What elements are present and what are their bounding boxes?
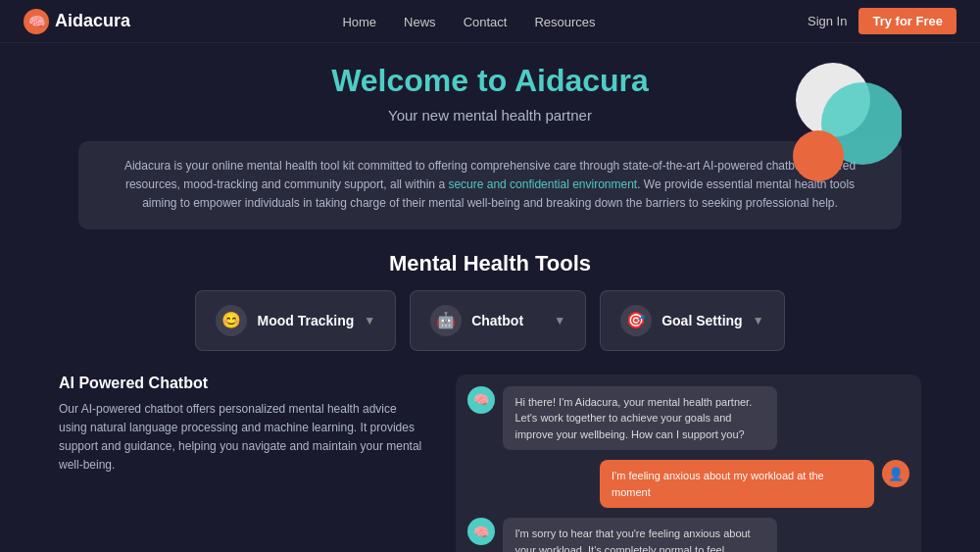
chatbot-expand: ▼ (554, 314, 565, 327)
goal-setting-icon: 🎯 (620, 305, 652, 336)
navbar: 🧠 Aidacura Home News Contact Resources S… (0, 0, 980, 43)
tool-mood-tracking[interactable]: 😊 Mood Tracking ▼ (195, 290, 396, 351)
user-bubble-1: I'm feeling anxious about my workload at… (600, 460, 874, 508)
chat-message-3: 🧠 I'm sorry to hear that you're feeling … (467, 518, 909, 552)
bot-avatar-1: 🧠 (467, 386, 495, 414)
chat-window: 🧠 Hi there! I'm Aidacura, your mental he… (456, 375, 921, 552)
sign-in-button[interactable]: Sign In (808, 14, 847, 28)
tools-section: Mental Health Tools 😊 Mood Tracking ▼ 🤖 … (0, 237, 980, 361)
nav-contact[interactable]: Contact (464, 15, 508, 29)
user-avatar-1: 👤 (882, 460, 909, 487)
svg-point-2 (793, 130, 844, 181)
chatbot-label: Chatbot (471, 313, 544, 328)
chatbot-info: AI Powered Chatbot Our AI-powered chatbo… (59, 375, 426, 552)
chatbot-icon: 🤖 (430, 305, 462, 336)
goal-setting-label: Goal Setting (662, 313, 742, 328)
navbar-actions: Sign In Try for Free (808, 8, 956, 34)
nav-links: Home News Contact Resources (342, 13, 595, 30)
chatbot-section-title: AI Powered Chatbot (59, 375, 426, 392)
mood-tracking-label: Mood Tracking (257, 313, 354, 328)
tools-title: Mental Health Tools (59, 251, 921, 276)
info-link[interactable]: secure and confidential environment (448, 177, 637, 191)
bot-bubble-1: Hi there! I'm Aidacura, your mental heal… (503, 386, 777, 451)
tool-goal-setting[interactable]: 🎯 Goal Setting ▼ (600, 290, 784, 351)
hero-title-highlight: cura (582, 63, 649, 98)
tools-grid: 😊 Mood Tracking ▼ 🤖 Chatbot ▼ 🎯 Goal Set… (59, 290, 921, 351)
hero-circles-svg (725, 53, 902, 190)
brand-logo[interactable]: 🧠 Aidacura (24, 9, 130, 34)
bot-avatar-2: 🧠 (467, 518, 495, 545)
mood-tracking-icon: 😊 (216, 305, 247, 336)
nav-resources[interactable]: Resources (534, 15, 595, 29)
hero-section: Welcome to Aidacura Your new mental heal… (0, 43, 980, 133)
nav-news[interactable]: News (404, 15, 436, 29)
brand-name: Aidacura (55, 11, 130, 31)
hero-graphic (725, 53, 902, 190)
tool-chatbot[interactable]: 🤖 Chatbot ▼ (410, 290, 586, 351)
try-free-button[interactable]: Try for Free (858, 8, 956, 34)
chatbot-description: Our AI-powered chatbot offers personaliz… (59, 400, 426, 476)
chat-message-1: 🧠 Hi there! I'm Aidacura, your mental he… (467, 386, 909, 451)
hero-title-start: Welcome to Aida (331, 63, 582, 98)
nav-home[interactable]: Home (342, 15, 376, 29)
goal-setting-expand: ▼ (753, 314, 764, 327)
bot-bubble-2: I'm sorry to hear that you're feeling an… (503, 518, 777, 552)
chat-message-2: 👤 I'm feeling anxious about my workload … (467, 460, 909, 508)
chatbot-section: AI Powered Chatbot Our AI-powered chatbo… (0, 361, 980, 552)
brand-icon: 🧠 (24, 9, 49, 34)
mood-tracking-expand: ▼ (364, 314, 375, 327)
